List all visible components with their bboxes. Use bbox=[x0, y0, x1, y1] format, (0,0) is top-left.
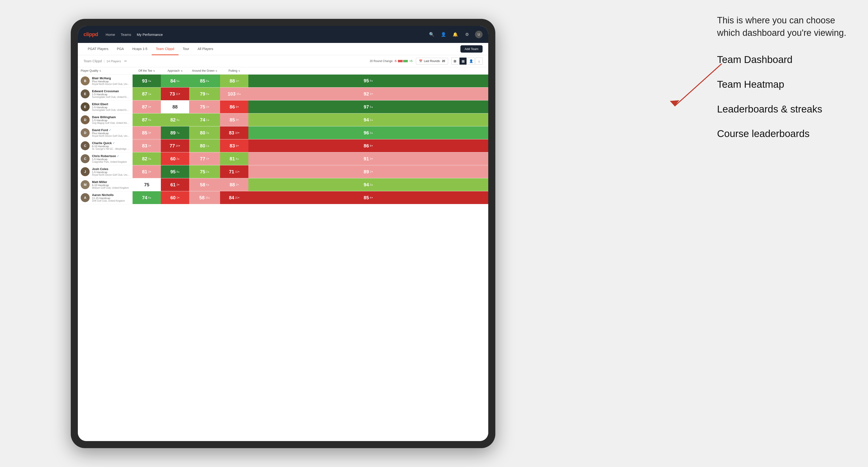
player-club: Woburn Golf Club, United Kingdom bbox=[92, 187, 130, 189]
grid-view-button[interactable]: ⊞ bbox=[452, 58, 459, 65]
score-change: 2▲ bbox=[206, 170, 209, 173]
table-row[interactable]: JJosh Coles1-5 HandicapRoyal North Devon… bbox=[78, 165, 488, 178]
score-change: 9▲ bbox=[370, 80, 373, 82]
score-value: 77 bbox=[169, 143, 175, 149]
heatmap-view-button[interactable]: ▦ bbox=[460, 58, 467, 65]
player-handicap: 1-5 Handicap bbox=[92, 119, 130, 122]
score-around_green: 8421▼ bbox=[220, 191, 248, 204]
score-approach: 5810▲ bbox=[189, 191, 220, 204]
bell-icon[interactable]: 🔔 bbox=[452, 31, 459, 38]
score-approach: 753▼ bbox=[189, 100, 220, 114]
arrow-up-icon: ▲ bbox=[371, 106, 373, 108]
table-row[interactable]: EEdward Crossman1-5 HandicapSunningdale … bbox=[78, 88, 488, 100]
arrow-down-icon: ▼ bbox=[238, 132, 240, 134]
tab-team-clippd[interactable]: Team Clippd bbox=[152, 43, 179, 55]
player-name: Chris Robertson bbox=[92, 154, 116, 158]
tab-pga[interactable]: PGA bbox=[113, 43, 128, 55]
score-value: 60 bbox=[170, 156, 176, 161]
table-row[interactable]: DDave Billingham1-5 HandicapGog Magog Go… bbox=[78, 114, 488, 126]
th-approach[interactable]: Approach ⇅ bbox=[161, 67, 189, 74]
navbar: clippd Home Teams My Performance 🔍 👤 🔔 ⚙… bbox=[78, 26, 488, 43]
search-icon[interactable]: 🔍 bbox=[428, 31, 435, 38]
settings-icon[interactable]: ⚙ bbox=[463, 31, 471, 38]
avatar[interactable]: U bbox=[475, 31, 483, 38]
nav-link-teams[interactable]: Teams bbox=[121, 32, 131, 37]
edit-icon[interactable]: ✏ bbox=[124, 59, 127, 63]
score-putting: 923▼ bbox=[248, 88, 488, 100]
player-name: Dave Billingham bbox=[92, 115, 116, 119]
tab-hcaps[interactable]: Hcaps 1-5 bbox=[128, 43, 152, 55]
table-row[interactable]: CCharlie Quick✓6-10 HandicapSt. George's… bbox=[78, 139, 488, 152]
score-value: 85 bbox=[200, 78, 205, 84]
arrow-down-icon: ▼ bbox=[178, 197, 180, 199]
table-row[interactable]: EElliot Ebert1-5 HandicapSunningdale Gol… bbox=[78, 100, 488, 114]
score-approach: 741▲ bbox=[189, 114, 220, 126]
table-row[interactable]: BBlair McHargPlus HandicapRoyal North De… bbox=[78, 74, 488, 88]
tab-tour[interactable]: Tour bbox=[179, 43, 193, 55]
score-value: 95 bbox=[364, 78, 369, 84]
tab-all-players[interactable]: All Players bbox=[193, 43, 217, 55]
score-approach: 799▲ bbox=[189, 88, 220, 100]
score-change: 1▼ bbox=[236, 80, 239, 82]
table-row[interactable]: MMatt Miller6-10 HandicapWoburn Golf Clu… bbox=[78, 178, 488, 191]
th-putting[interactable]: Putting ⇅ bbox=[220, 67, 248, 74]
svg-line-0 bbox=[675, 64, 722, 106]
score-value: 81 bbox=[230, 156, 235, 161]
arrow-up-icon: ▲ bbox=[371, 80, 373, 82]
player-handicap: 6-10 Handicap bbox=[92, 184, 130, 187]
score-change: 10▲ bbox=[206, 196, 210, 199]
score-value: 82 bbox=[142, 156, 147, 161]
arrow-down-icon: ▼ bbox=[208, 158, 210, 160]
score-value: 94 bbox=[364, 182, 369, 187]
table-row[interactable]: CChris Robertson✓1-5 HandicapCraigmillar… bbox=[78, 152, 488, 165]
arrow-up-icon: ▲ bbox=[208, 184, 210, 186]
score-change: 4▼ bbox=[370, 196, 373, 199]
score-putting: 941▲ bbox=[248, 114, 488, 126]
arrow-up-icon: ▲ bbox=[208, 119, 210, 121]
score-change: 3▲ bbox=[148, 158, 151, 160]
score-value: 74 bbox=[200, 117, 205, 123]
score-value: 83 bbox=[230, 143, 235, 149]
arrow-down-icon: ▼ bbox=[238, 197, 240, 199]
annotation-arrow bbox=[656, 59, 731, 118]
th-around-green[interactable]: Around the Green ⇅ bbox=[189, 67, 220, 74]
user-icon[interactable]: 👤 bbox=[440, 31, 447, 38]
score-value: 84 bbox=[170, 78, 176, 84]
team-name: Team Clippd | 14 Players bbox=[84, 59, 121, 63]
arrow-down-icon: ▼ bbox=[208, 106, 210, 108]
score-value: 85 bbox=[364, 195, 369, 200]
score-change: 3▼ bbox=[206, 106, 209, 108]
nav-icons: 🔍 👤 🔔 ⚙ U bbox=[428, 31, 483, 38]
tab-pgat-players[interactable]: PGAT Players bbox=[84, 43, 113, 55]
score-value: 87 bbox=[142, 117, 147, 123]
score-around_green: 836▼ bbox=[220, 139, 248, 152]
player-cell: AAaron Nicholls11-15 HandicapDrift Golf … bbox=[78, 191, 132, 204]
dashboard-option-1: Team Dashboard bbox=[717, 53, 854, 66]
table-row[interactable]: DDavid Ford✓Plus HandicapRoyal North Dev… bbox=[78, 126, 488, 139]
table-row[interactable]: AAaron Nicholls11-15 HandicapDrift Golf … bbox=[78, 191, 488, 204]
th-player-quality[interactable]: Player Quality ⇅ bbox=[78, 67, 132, 74]
score-value: 85 bbox=[230, 117, 235, 123]
score-change: 1▲ bbox=[206, 145, 209, 147]
subnav-tabs: PGAT Players PGA Hcaps 1-5 Team Clippd T… bbox=[84, 43, 217, 55]
arrow-up-icon: ▲ bbox=[178, 80, 180, 82]
player-cell: CChris Robertson✓1-5 HandicapCraigmillar… bbox=[78, 152, 132, 165]
score-off_tee: 7311▼ bbox=[161, 88, 189, 100]
arrow-up-icon: ▲ bbox=[208, 171, 210, 173]
last-rounds-button[interactable]: 📅 Last Rounds: 20 bbox=[416, 58, 448, 64]
download-button[interactable]: ↓ bbox=[475, 58, 483, 65]
team-header: Team Clippd | 14 Players ✏ 20 Round Chan… bbox=[78, 55, 488, 67]
score-value: 91 bbox=[364, 156, 369, 161]
arrow-down-icon: ▼ bbox=[179, 93, 181, 95]
add-team-button[interactable]: Add Team bbox=[460, 45, 483, 53]
subnav: PGAT Players PGA Hcaps 1-5 Team Clippd T… bbox=[78, 43, 488, 55]
player-handicap: Plus Handicap bbox=[92, 132, 130, 135]
player-name: Charlie Quick bbox=[92, 141, 112, 145]
nav-link-performance[interactable]: My Performance bbox=[137, 32, 163, 37]
nav-links: Home Teams My Performance bbox=[106, 32, 428, 37]
score-value: 81 bbox=[142, 169, 147, 175]
player-cell: CCharlie Quick✓6-10 HandicapSt. George's… bbox=[78, 139, 132, 152]
nav-link-home[interactable]: Home bbox=[106, 32, 115, 37]
chart-view-button[interactable]: 👤 bbox=[467, 58, 474, 65]
th-off-tee[interactable]: Off the Tee ⇅ bbox=[132, 67, 161, 74]
